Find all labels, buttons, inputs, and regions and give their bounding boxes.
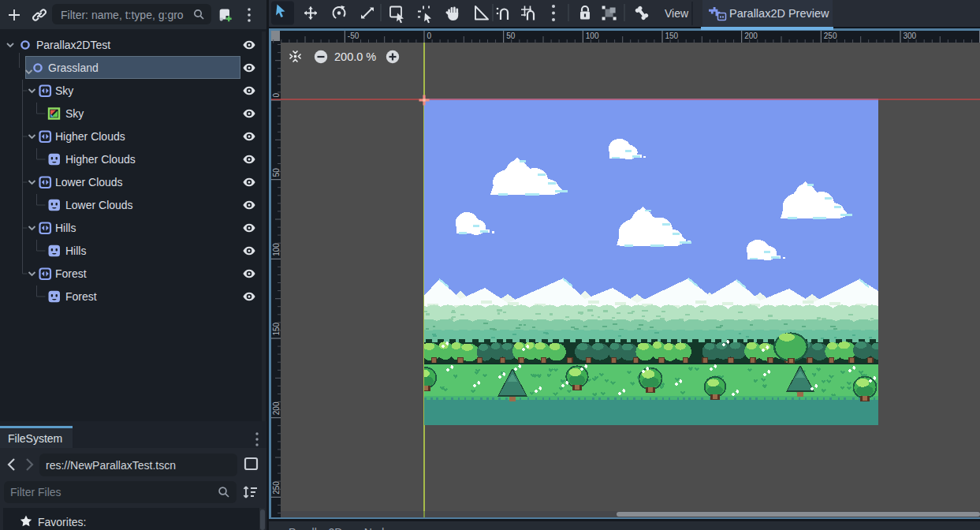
svg-text:150: 150 (272, 322, 281, 335)
svg-text:0: 0 (427, 31, 432, 39)
svg-text:50: 50 (272, 168, 281, 177)
svg-text:250: 250 (272, 481, 281, 495)
svg-text:150: 150 (665, 31, 679, 39)
svg-text:100: 100 (586, 31, 599, 39)
svg-text:100: 100 (272, 243, 281, 256)
svg-text:50: 50 (506, 31, 516, 39)
svg-text:250: 250 (824, 31, 837, 39)
svg-text:-50: -50 (348, 31, 360, 39)
svg-text:0: 0 (272, 93, 281, 98)
svg-text:200: 200 (272, 401, 281, 415)
svg-text:200: 200 (744, 31, 758, 39)
svg-text:300: 300 (904, 31, 917, 39)
